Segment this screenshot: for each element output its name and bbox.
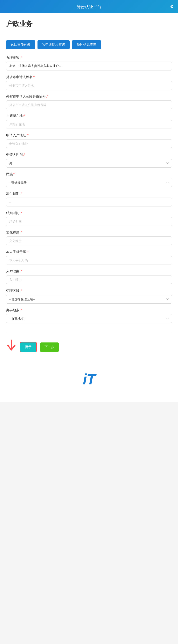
field-phone: 本人手机号码:* [6,250,172,265]
header: 身份认证平台 ⚙ [0,0,178,13]
field-reason: 入户理由:* [6,269,172,284]
query-result-button[interactable]: 预申请结果查询 [37,40,70,50]
logo-text: iT [83,371,95,388]
label-marriage-time: 结婚时间:* [6,211,172,215]
appointment-query-button[interactable]: 预约信息查询 [72,40,101,50]
bottom-area: 提示 下一步 [0,333,178,361]
input-applicant-name[interactable] [6,81,172,90]
gear-icon[interactable]: ⚙ [170,4,174,9]
field-marriage-time: 结婚时间:* [6,211,172,226]
header-title: 身份认证平台 [77,4,101,10]
field-huji: 户籍所在地:* [6,114,172,129]
field-ruhudi: 申请入户地址:* [6,133,172,148]
label-office: 办事地点:* [6,308,172,312]
input-birthday[interactable] [6,198,172,206]
form: 办理事项:* 外省市申请人姓名:* 外省市申请人公民身份证号:* 户籍所在地:* [6,56,172,323]
field-minzu: 民族:* --请选择民族-- 汉族 满族 蒙古族 回族 藏族 维吾尔族 [6,172,172,187]
field-birthday: 出生日期:* [6,192,172,206]
label-birthday: 出生日期:* [6,192,172,196]
back-button[interactable]: 返回事项列表 [6,40,35,50]
content-area: 返回事项列表 预申请结果查询 预约信息查询 办理事项:* 外省市申请人姓名:* … [0,33,178,333]
field-office: 办事地点:* --办事地点-- [6,308,172,323]
button-group: 返回事项列表 预申请结果查询 预约信息查询 [6,38,172,50]
label-applicant-id: 外省市申请人公民身份证号:* [6,94,172,99]
arrow-indicator: 提示 下一步 [6,337,172,352]
label-minzu: 民族:* [6,172,172,176]
page-title: 户政业务 [0,13,178,33]
select-office[interactable]: --办事地点-- [6,314,172,323]
field-applicant-id: 外省市申请人公民身份证号:* [6,94,172,109]
label-ruhudi: 申请入户地址:* [6,133,172,138]
field-gender: 申请人性别:* 男 女 [6,153,172,168]
action-buttons: 提示 下一步 [20,342,59,352]
input-banshi[interactable] [6,62,172,70]
input-phone[interactable] [6,256,172,265]
label-applicant-name: 外省市申请人姓名:* [6,75,172,79]
field-banshi: 办理事项:* [6,56,172,70]
red-arrow-icon [6,339,16,352]
next-button[interactable]: 下一步 [40,342,59,352]
input-ruhudi[interactable] [6,139,172,148]
label-district: 受理区域:* [6,289,172,293]
hint-button[interactable]: 提示 [20,342,37,352]
field-applicant-name: 外省市申请人姓名:* [6,75,172,90]
field-education: 文化程度:* [6,230,172,245]
label-phone: 本人手机号码:* [6,250,172,254]
field-district: 受理区域:* --请选择受理区域-- [6,289,172,304]
label-banshi: 办理事项:* [6,56,172,60]
input-reason[interactable] [6,275,172,284]
label-gender: 申请人性别:* [6,153,172,157]
select-gender[interactable]: 男 女 [6,159,172,168]
select-minzu[interactable]: --请选择民族-- 汉族 满族 蒙古族 回族 藏族 维吾尔族 [6,178,172,187]
input-huji[interactable] [6,120,172,129]
label-education: 文化程度:* [6,230,172,235]
input-applicant-id[interactable] [6,100,172,109]
select-district[interactable]: --请选择受理区域-- [6,295,172,304]
input-marriage-time[interactable] [6,217,172,226]
label-reason: 入户理由:* [6,269,172,274]
input-education[interactable] [6,236,172,245]
bottom-logo: iT [83,371,95,388]
label-huji: 户籍所在地:* [6,114,172,118]
